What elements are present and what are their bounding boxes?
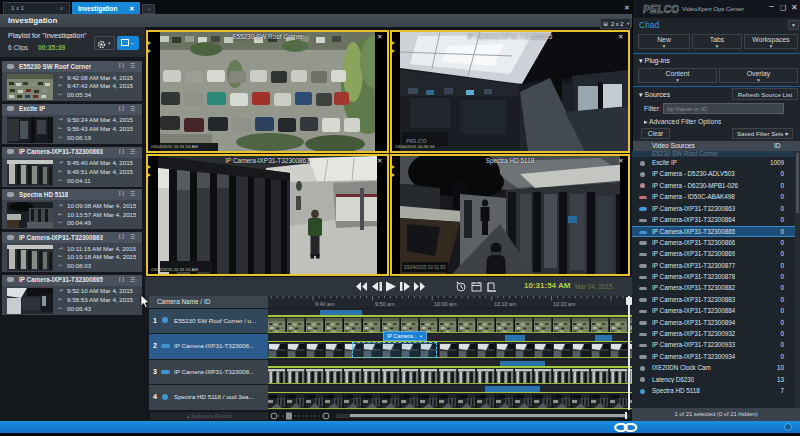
svg-text:9:40 am: 9:40 am: [315, 301, 335, 307]
svg-text:PELCO: PELCO: [643, 4, 679, 15]
svg-text:10:20 am: 10:20 am: [553, 301, 576, 307]
svg-text:10:00 am: 10:00 am: [434, 301, 457, 307]
svg-text:9:50 am: 9:50 am: [375, 301, 395, 307]
svg-text:03/04/2015 10:31:53: 03/04/2015 10:31:53: [404, 265, 446, 270]
svg-text:10:10 am: 10:10 am: [494, 301, 517, 307]
